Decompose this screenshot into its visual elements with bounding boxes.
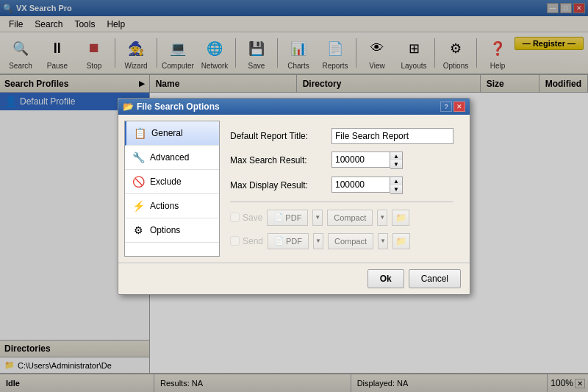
general-icon: 📋 [132,126,147,140]
nav-options-icon: ⚙ [131,223,146,238]
send-pdf-arrow: ▼ [315,238,321,244]
send-pdf-button[interactable]: 📄 PDF [268,233,309,249]
max-search-spinner-btns: ▲ ▼ [390,152,403,169]
max-search-spinner: ▲ ▼ [331,152,403,169]
send-compact-dropdown[interactable]: ▼ [378,233,388,249]
save-compact-dropdown[interactable]: ▼ [377,210,387,226]
file-search-options-dialog: 📂 File Search Options ? ✕ 📋 General 🔧 Ad… [118,98,470,295]
modal-icon: 📂 [123,101,134,112]
max-display-row: Max Display Result: ▲ ▼ [230,177,453,194]
nav-general[interactable]: 📋 General [125,121,219,146]
save-checkbox-label[interactable]: Save [230,213,262,223]
actions-icon: ⚡ [131,199,146,213]
send-compact-button[interactable]: Compact [328,233,373,249]
save-checkbox[interactable] [230,213,240,222]
send-pdf-icon: 📄 [274,236,284,246]
nav-exclude-label: Exclude [150,177,182,187]
modal-form: Default Report Title: Max Search Result:… [220,121,464,257]
advanced-icon: 🔧 [131,150,146,165]
send-label-text: Send [243,236,263,246]
save-pdf-label: PDF [285,213,301,222]
send-compact-arrow: ▼ [380,238,386,244]
max-search-row: Max Search Result: ▲ ▼ [230,152,453,169]
max-display-down[interactable]: ▼ [390,185,402,193]
nav-exclude[interactable]: 🚫 Exclude [125,170,219,194]
form-divider [230,202,453,202]
max-display-input[interactable] [331,177,390,193]
send-pdf-label: PDF [286,237,302,246]
modal-close-button[interactable]: ✕ [453,101,465,112]
modal-overlay: 📂 File Search Options ? ✕ 📋 General 🔧 Ad… [0,0,588,392]
nav-advanced-label: Advanced [150,152,189,163]
send-pdf-dropdown[interactable]: ▼ [313,233,323,249]
max-display-spinner: ▲ ▼ [331,177,403,194]
save-pdf-button[interactable]: 📄 PDF [267,210,308,226]
max-search-up[interactable]: ▲ [390,152,402,160]
save-row: Save 📄 PDF ▼ Compact ▼ [230,210,453,226]
save-pdf-arrow: ▼ [315,214,320,221]
modal-help-button[interactable]: ? [440,101,452,112]
max-search-label: Max Search Result: [230,155,326,165]
send-row: Send 📄 PDF ▼ Compact ▼ [230,233,453,249]
save-label-text: Save [243,213,262,223]
save-compact-label: Compact [334,213,366,222]
max-display-label: Max Display Result: [230,180,326,190]
modal-title-label: File Search Options [137,101,220,112]
cancel-button[interactable]: Cancel [409,269,461,288]
save-pdf-dropdown[interactable]: ▼ [312,210,323,226]
ok-button[interactable]: Ok [368,269,404,288]
modal-footer: Ok Cancel [118,263,470,294]
nav-general-label: General [151,128,183,138]
send-checkbox[interactable] [230,236,240,246]
save-file-icon: 📁 [395,213,406,223]
max-display-spinner-btns: ▲ ▼ [390,177,403,194]
max-search-input[interactable] [331,152,390,168]
exclude-icon: 🚫 [131,174,146,189]
nav-actions[interactable]: ⚡ Actions [125,194,219,218]
nav-actions-label: Actions [150,201,179,211]
send-file-icon: 📁 [395,236,406,246]
modal-body: 📋 General 🔧 Advanced 🚫 Exclude ⚡ Actions… [118,115,470,263]
send-checkbox-label[interactable]: Send [230,236,263,246]
save-compact-button[interactable]: Compact [327,210,373,226]
modal-nav: 📋 General 🔧 Advanced 🚫 Exclude ⚡ Actions… [124,121,220,257]
nav-advanced[interactable]: 🔧 Advanced [125,146,219,170]
nav-options[interactable]: ⚙ Options [125,218,219,243]
send-file-button[interactable]: 📁 [392,233,410,249]
report-title-row: Default Report Title: [230,128,453,144]
nav-options-label: Options [150,225,180,235]
max-search-down[interactable]: ▼ [390,160,402,168]
save-pdf-icon: 📄 [273,213,284,222]
modal-controls: ? ✕ [440,101,465,112]
save-compact-arrow: ▼ [379,214,385,221]
modal-title: 📂 File Search Options [123,101,220,112]
max-display-up[interactable]: ▲ [390,177,402,185]
report-title-label: Default Report Title: [230,131,326,141]
modal-title-bar: 📂 File Search Options ? ✕ [118,99,470,115]
report-title-input[interactable] [331,128,453,144]
send-compact-label: Compact [334,237,367,246]
save-file-button[interactable]: 📁 [392,210,409,226]
